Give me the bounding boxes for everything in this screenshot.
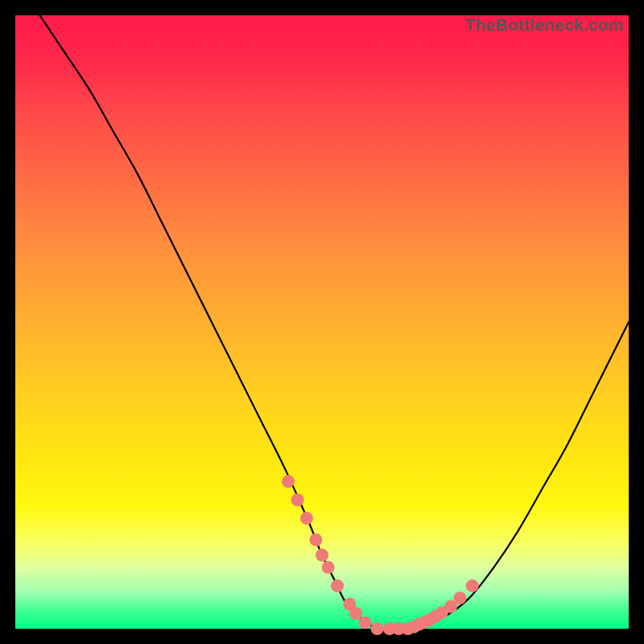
plot-area: TheBottleneck.com	[15, 15, 629, 629]
marker-dot	[322, 561, 335, 574]
chart-frame: TheBottleneck.com	[0, 0, 644, 644]
marker-dot	[349, 607, 362, 620]
marker-dot	[316, 549, 328, 562]
marker-dot	[453, 592, 466, 605]
marker-dot	[371, 622, 384, 635]
marker-dot	[309, 534, 322, 547]
marker-dot	[300, 512, 313, 525]
marker-dot	[291, 493, 304, 506]
bottleneck-curve	[39, 15, 629, 629]
marker-dot	[466, 580, 479, 592]
highlight-markers	[282, 475, 479, 635]
marker-dot	[282, 475, 295, 488]
chart-svg	[15, 15, 629, 629]
marker-dot	[331, 580, 344, 592]
marker-dot	[358, 616, 371, 629]
